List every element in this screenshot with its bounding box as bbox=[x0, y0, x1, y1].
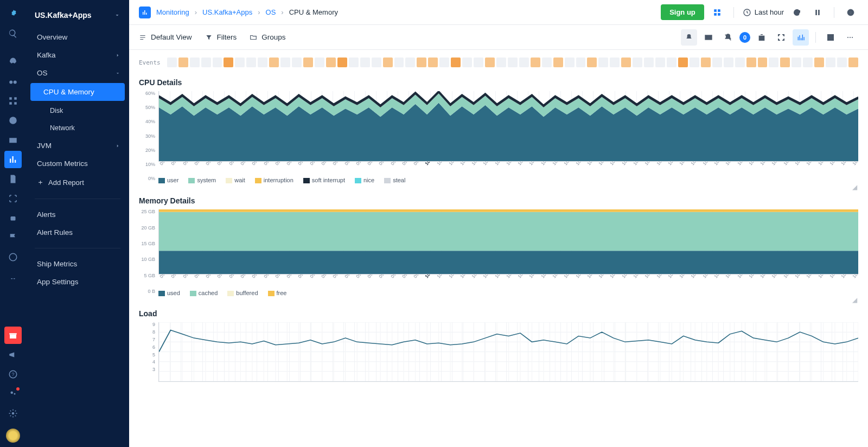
event-cell[interactable] bbox=[496, 58, 506, 67]
sidebar-item[interactable]: App Settings bbox=[26, 273, 129, 291]
event-cell[interactable] bbox=[814, 58, 824, 67]
apps-icon[interactable] bbox=[710, 5, 725, 20]
event-cell[interactable] bbox=[792, 58, 801, 67]
default-view-button[interactable]: Default View bbox=[139, 33, 192, 41]
time-range-selector[interactable]: Last hour bbox=[743, 8, 784, 17]
event-cell[interactable] bbox=[576, 58, 586, 67]
event-cell[interactable] bbox=[519, 58, 529, 67]
notif-count-badge[interactable]: 0 bbox=[739, 32, 750, 43]
scan-icon[interactable] bbox=[4, 190, 22, 207]
signup-button[interactable]: Sign up bbox=[661, 4, 704, 20]
binoculars-icon[interactable] bbox=[4, 73, 22, 90]
event-cell[interactable] bbox=[553, 58, 563, 67]
event-cell[interactable] bbox=[451, 58, 461, 67]
event-cell[interactable] bbox=[678, 58, 688, 67]
event-cell[interactable] bbox=[235, 58, 245, 67]
help-circle-icon[interactable]: ? bbox=[843, 5, 858, 20]
event-cell[interactable] bbox=[303, 58, 313, 67]
crumb-monitoring[interactable]: Monitoring bbox=[156, 8, 189, 16]
event-cell[interactable] bbox=[780, 58, 790, 67]
crumb-os[interactable]: OS bbox=[266, 8, 276, 16]
refresh-icon[interactable] bbox=[789, 5, 805, 20]
event-cell[interactable] bbox=[712, 58, 722, 67]
event-cell[interactable] bbox=[190, 58, 200, 67]
gift-icon[interactable] bbox=[4, 327, 22, 344]
sidebar-subitem[interactable]: Network bbox=[26, 119, 129, 137]
event-cell[interactable] bbox=[769, 58, 778, 67]
flag-icon[interactable] bbox=[4, 229, 22, 246]
sidebar-item[interactable]: Alerts bbox=[26, 206, 129, 224]
event-cell[interactable] bbox=[269, 58, 279, 67]
bot-icon[interactable] bbox=[4, 209, 22, 227]
mute-icon[interactable] bbox=[720, 29, 736, 46]
equalizer-icon[interactable] bbox=[793, 29, 809, 46]
resize-handle[interactable]: ◢ bbox=[139, 296, 858, 304]
event-cell[interactable] bbox=[417, 58, 426, 67]
event-cell[interactable] bbox=[428, 58, 438, 67]
user-avatar[interactable] bbox=[6, 429, 20, 443]
event-cell[interactable] bbox=[394, 58, 404, 67]
groups-button[interactable]: Groups bbox=[250, 33, 285, 41]
event-cell[interactable] bbox=[474, 58, 483, 67]
mail-icon[interactable] bbox=[700, 29, 717, 46]
more-icon[interactable] bbox=[842, 29, 858, 46]
chart-icon[interactable] bbox=[4, 151, 22, 168]
event-cell[interactable] bbox=[735, 58, 745, 67]
event-cell[interactable] bbox=[337, 58, 347, 67]
team-icon[interactable] bbox=[4, 385, 22, 403]
event-cell[interactable] bbox=[803, 58, 813, 67]
filters-button[interactable]: Filters bbox=[205, 33, 237, 41]
event-cell[interactable] bbox=[746, 58, 756, 67]
event-cell[interactable] bbox=[848, 58, 858, 67]
event-cell[interactable] bbox=[201, 58, 211, 67]
sidebar-subitem[interactable]: CPU & Memory bbox=[30, 83, 125, 101]
event-cell[interactable] bbox=[280, 58, 290, 67]
event-cell[interactable] bbox=[531, 58, 540, 67]
event-cell[interactable] bbox=[758, 58, 768, 67]
layout-split-icon[interactable] bbox=[822, 29, 839, 46]
grid-icon[interactable] bbox=[4, 92, 22, 110]
load-chart[interactable]: 9876543 bbox=[139, 322, 858, 382]
event-cell[interactable] bbox=[167, 58, 177, 67]
sidebar-item[interactable]: JVM bbox=[26, 137, 129, 155]
event-cell[interactable] bbox=[508, 58, 518, 67]
event-cell[interactable] bbox=[644, 58, 654, 67]
event-cell[interactable] bbox=[598, 58, 608, 67]
sidebar-item[interactable]: OS bbox=[26, 64, 129, 82]
globe-icon[interactable] bbox=[4, 248, 22, 266]
help-icon[interactable]: ? bbox=[4, 366, 22, 383]
sidebar-item[interactable]: Ship Metrics bbox=[26, 255, 129, 273]
event-cell[interactable] bbox=[213, 58, 222, 67]
fullscreen-icon[interactable] bbox=[773, 29, 789, 46]
settings-icon[interactable] bbox=[4, 405, 22, 422]
event-cell[interactable] bbox=[360, 58, 370, 67]
event-cell[interactable] bbox=[178, 58, 188, 67]
event-cell[interactable] bbox=[724, 58, 733, 67]
event-cell[interactable] bbox=[405, 58, 415, 67]
event-cell[interactable] bbox=[292, 58, 302, 67]
archive-icon[interactable] bbox=[4, 131, 22, 149]
event-cell[interactable] bbox=[439, 58, 449, 67]
event-cell[interactable] bbox=[542, 58, 552, 67]
event-cell[interactable] bbox=[655, 58, 665, 67]
event-cell[interactable] bbox=[565, 58, 575, 67]
bell-icon[interactable] bbox=[681, 29, 697, 46]
event-cell[interactable] bbox=[246, 58, 256, 67]
event-cell[interactable] bbox=[610, 58, 620, 67]
event-cell[interactable] bbox=[349, 58, 359, 67]
event-cell[interactable] bbox=[462, 58, 472, 67]
search-icon[interactable] bbox=[4, 25, 22, 42]
event-cell[interactable] bbox=[383, 58, 393, 67]
event-cell[interactable] bbox=[667, 58, 676, 67]
export-icon[interactable] bbox=[754, 29, 770, 46]
event-cell[interactable] bbox=[633, 58, 642, 67]
event-cell[interactable] bbox=[587, 58, 597, 67]
sidebar-item[interactable]: Overview bbox=[26, 28, 129, 46]
event-cell[interactable] bbox=[701, 58, 711, 67]
logo-icon[interactable] bbox=[4, 5, 22, 23]
event-cell[interactable] bbox=[224, 58, 233, 67]
crumb-app[interactable]: US.Kafka+Apps bbox=[202, 8, 252, 16]
doc-icon[interactable] bbox=[4, 170, 22, 188]
sidebar-subitem[interactable]: Disk bbox=[26, 102, 129, 119]
event-cell[interactable] bbox=[326, 58, 336, 67]
